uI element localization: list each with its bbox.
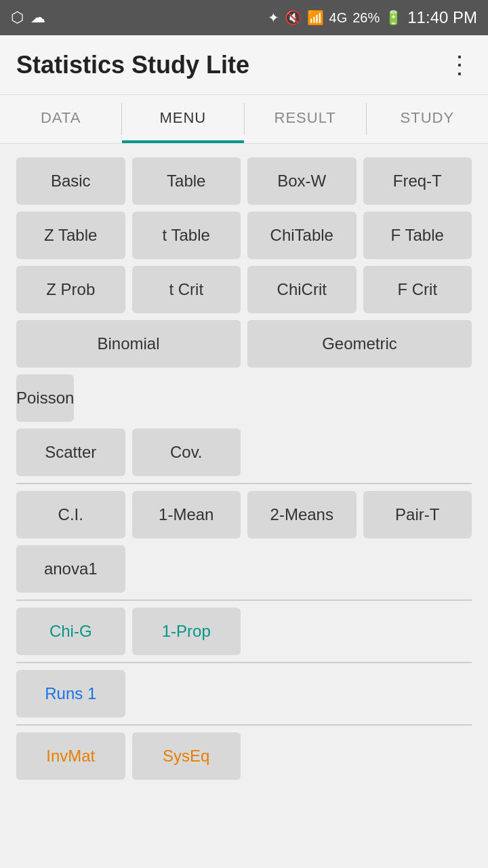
ci-button[interactable]: C.I.	[16, 491, 125, 538]
menu-row-7: C.I. 1-Mean 2-Means Pair-T	[16, 491, 472, 538]
zprob-button[interactable]: Z Prob	[16, 266, 125, 313]
section-divider-2	[16, 599, 472, 601]
menu-row-5: Poisson	[16, 374, 472, 422]
app-icon: ⬡	[11, 9, 24, 26]
menu-content: Basic Table Box-W Freq-T Z Table t Table…	[0, 144, 488, 800]
runs1-button[interactable]: Runs 1	[16, 670, 125, 717]
fcrit-button[interactable]: F Crit	[363, 266, 472, 313]
section-divider-3	[16, 662, 472, 663]
ftable-button[interactable]: F Table	[363, 212, 472, 259]
section-divider-4	[16, 724, 472, 726]
status-bar-left: ⬡ ☁	[11, 9, 45, 26]
geometric-button[interactable]: Geometric	[247, 320, 472, 368]
ztable-button[interactable]: Z Table	[16, 212, 125, 259]
menu-row-3: Z Prob t Crit ChiCrit F Crit	[16, 266, 472, 313]
basic-button[interactable]: Basic	[16, 157, 125, 205]
poisson-button[interactable]: Poisson	[16, 374, 74, 422]
tabs-bar: DATA MENU RESULT STUDY	[0, 95, 488, 144]
invmat-button[interactable]: InvMat	[16, 732, 125, 780]
menu-row-2: Z Table t Table ChiTable F Table	[16, 212, 472, 259]
table-button[interactable]: Table	[132, 157, 241, 205]
chicrit-button[interactable]: ChiCrit	[247, 266, 357, 313]
ttable-button[interactable]: t Table	[132, 212, 241, 259]
cov-button[interactable]: Cov.	[132, 429, 241, 476]
app-title: Statistics Study Lite	[16, 51, 249, 79]
tab-menu[interactable]: MENU	[122, 95, 243, 143]
onemean-button[interactable]: 1-Mean	[132, 491, 241, 538]
tab-result[interactable]: RESULT	[245, 95, 366, 143]
mute-icon: 🔇	[285, 9, 302, 26]
anova1-button[interactable]: anova1	[16, 545, 125, 593]
syseq-button[interactable]: SysEq	[132, 732, 241, 780]
bluetooth-icon: ✦	[268, 9, 279, 26]
battery-icon: 🔋	[385, 9, 402, 26]
twomeans-button[interactable]: 2-Means	[247, 491, 357, 538]
status-time: 11:40 PM	[407, 8, 477, 27]
tab-study[interactable]: STUDY	[367, 95, 488, 143]
status-bar-right: ✦ 🔇 📶 4G 26% 🔋 11:40 PM	[268, 8, 477, 27]
cloud-icon: ☁	[30, 9, 45, 26]
pairt-button[interactable]: Pair-T	[363, 491, 472, 538]
battery-text: 26%	[352, 10, 380, 26]
chitable-button[interactable]: ChiTable	[247, 212, 357, 259]
tab-data[interactable]: DATA	[0, 95, 121, 143]
boxw-button[interactable]: Box-W	[247, 157, 357, 205]
status-bar: ⬡ ☁ ✦ 🔇 📶 4G 26% 🔋 11:40 PM	[0, 0, 488, 35]
menu-row-1: Basic Table Box-W Freq-T	[16, 157, 472, 205]
menu-row-4: Binomial Geometric	[16, 320, 472, 368]
freqt-button[interactable]: Freq-T	[363, 157, 472, 205]
overflow-menu-icon[interactable]: ⋮	[447, 53, 472, 77]
scatter-button[interactable]: Scatter	[16, 429, 125, 476]
signal-icon: 4G	[329, 10, 348, 26]
chig-button[interactable]: Chi-G	[16, 608, 125, 655]
binomial-button[interactable]: Binomial	[16, 320, 241, 368]
tcrit-button[interactable]: t Crit	[132, 266, 241, 313]
app-bar: Statistics Study Lite ⋮	[0, 35, 488, 95]
section-divider-1	[16, 483, 472, 484]
wifi-icon: 📶	[307, 9, 324, 26]
oneprop-button[interactable]: 1-Prop	[132, 608, 241, 655]
